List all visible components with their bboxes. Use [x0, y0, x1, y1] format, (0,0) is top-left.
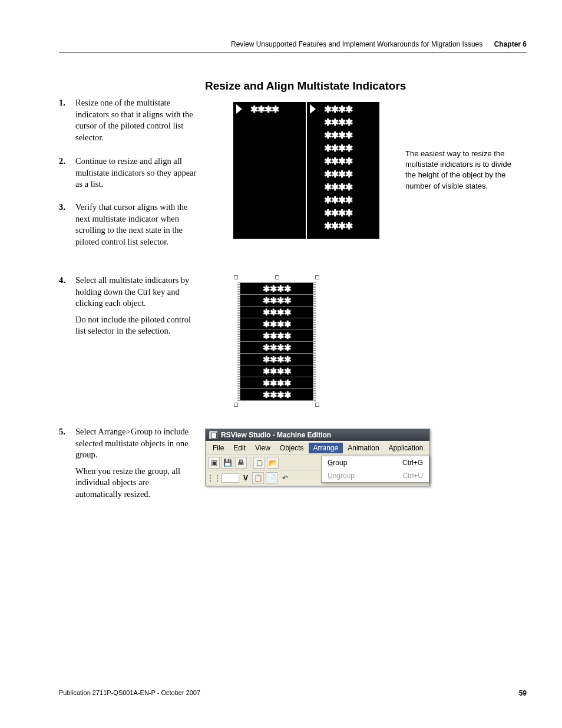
toolbar-button[interactable]: ▣ — [208, 457, 220, 469]
menu-animation[interactable]: Animation — [343, 443, 384, 453]
state-label: ✱✱✱✱ — [263, 354, 291, 365]
state-label: ✱✱✱✱ — [324, 104, 352, 115]
state-label: ✱✱✱✱ — [263, 295, 291, 306]
state-label: ✱✱✱✱ — [324, 182, 352, 193]
step-extra: Do not include the piloted control list … — [75, 314, 197, 337]
list-row: ✱✱✱✱ — [240, 377, 313, 389]
step-number: 5. — [59, 426, 72, 438]
list-row: ✱✱✱✱ — [308, 103, 379, 116]
state-label: ✱✱✱✱ — [324, 195, 352, 206]
menu-objects[interactable]: Objects — [275, 443, 309, 453]
figure-selected-indicators: ✱✱✱✱ ✱✱✱✱ ✱✱✱✱ ✱✱✱✱ ✱✱✱✱ ✱✱✱✱ ✱✱✱✱ ✱✱✱✱ … — [234, 275, 319, 407]
step-3: 3. Verify that cursor aligns with the ne… — [59, 202, 197, 248]
step-number: 4. — [59, 275, 72, 286]
separator — [250, 457, 250, 468]
state-label: ✱✱✱✱ — [263, 319, 291, 330]
list-row: ✱✱✱✱ — [240, 365, 313, 377]
header-rule — [59, 52, 527, 52]
step-number: 3. — [59, 202, 72, 213]
list-row: ✱✱✱✱ — [308, 167, 379, 180]
step-extra: When you resize the group, all individua… — [75, 466, 197, 500]
step-body: Continue to resize and align all multist… — [75, 156, 197, 190]
new-icon[interactable]: ▢ — [253, 457, 265, 469]
step-body: Verify that cursor aligns with the next … — [75, 202, 197, 248]
menu-application[interactable]: Application — [384, 443, 428, 453]
menu-item-ungroup: Ungroup Ctrl+U — [322, 469, 429, 482]
rsview-window: RSView Studio - Machine Edition File Edi… — [205, 429, 430, 486]
step-body: Resize one of the multistate indicators … — [75, 97, 197, 143]
menu-file[interactable]: File — [208, 443, 229, 453]
list-row: ✱✱✱✱ — [308, 154, 379, 167]
state-label: ✱✱✱✱ — [263, 342, 291, 353]
toolbar-label: V — [243, 474, 248, 482]
list-row: ✱✱✱✱ — [308, 206, 379, 219]
cursor-icon — [310, 104, 316, 114]
step-2: 2. Continue to resize and align all mult… — [59, 156, 197, 190]
state-label: ✱✱✱✱ — [263, 307, 291, 318]
state-label: ✱✱✱✱ — [263, 390, 291, 400]
save-icon[interactable]: 💾 — [222, 457, 233, 469]
menu-item-group[interactable]: Group Ctrl+G — [322, 456, 429, 469]
state-label: ✱✱✱✱ — [324, 169, 352, 180]
shortcut-label: Ctrl+U — [403, 472, 423, 480]
cursor-icon — [236, 104, 242, 114]
step-1: 1. Resize one of the multistate indicato… — [59, 97, 197, 143]
toolbar-field[interactable] — [222, 473, 239, 483]
list-row: ✱✱✱✱ — [308, 129, 379, 141]
list-row: ✱✱✱✱ — [308, 116, 379, 129]
app-icon — [209, 431, 217, 439]
selection-handle — [315, 403, 319, 407]
undo-icon[interactable]: ↶ — [279, 472, 291, 484]
title-bar: RSView Studio - Machine Edition — [206, 429, 429, 441]
list-row: ✱✱✱✱ — [308, 141, 379, 154]
state-label: ✱✱✱✱ — [324, 156, 352, 167]
state-label: ✱✱✱✱ — [263, 378, 291, 388]
state-label: ✱✱✱✱ — [250, 104, 279, 115]
selection-side-handle — [313, 282, 316, 401]
list-row: ✱✱✱✱ — [308, 193, 379, 206]
publication-info: Publication 2711P-QS001A-EN-P - October … — [59, 689, 200, 697]
window-title: RSView Studio - Machine Edition — [221, 431, 331, 439]
multistate-stack: ✱✱✱✱ ✱✱✱✱ ✱✱✱✱ ✱✱✱✱ ✱✱✱✱ ✱✱✱✱ ✱✱✱✱ ✱✱✱✱ … — [307, 102, 379, 239]
page-header: Review Unsupported Features and Implemen… — [231, 40, 527, 48]
list-row: ✱✱✱✱ — [308, 180, 379, 193]
step-body: Select Arrange>Group to include selected… — [75, 426, 197, 461]
page-number: 59 — [519, 689, 527, 697]
toolbar-button[interactable]: ⋮⋮ — [208, 472, 220, 484]
menu-item-label: Ungroup — [328, 472, 355, 480]
copy-icon[interactable]: 📋 — [252, 472, 264, 484]
chapter-label: Chapter 6 — [494, 40, 527, 48]
list-row: ✱✱✱✱ — [240, 283, 313, 295]
menu-arrange[interactable]: Arrange — [309, 443, 343, 453]
menu-view[interactable]: View — [250, 443, 275, 453]
selection-handle — [234, 403, 238, 407]
step-number: 2. — [59, 156, 72, 167]
state-label: ✱✱✱✱ — [263, 366, 291, 377]
step-body: Select all multistate indicators by hold… — [75, 275, 197, 309]
selection-handle — [234, 275, 238, 279]
state-label: ✱✱✱✱ — [324, 220, 352, 232]
step-number: 1. — [59, 97, 72, 109]
list-row: ✱✱✱✱ — [240, 295, 313, 307]
figure-indicator-panels: ✱✱✱✱ ✱✱✱✱ ✱✱✱✱ ✱✱✱✱ ✱✱✱✱ ✱✱✱✱ ✱✱✱✱ ✱✱✱✱ … — [233, 102, 379, 239]
page-footer: Publication 2711P-QS001A-EN-P - October … — [59, 689, 527, 697]
open-icon[interactable]: 📂 — [267, 457, 279, 469]
menu-item-label: Group — [328, 459, 347, 467]
list-row: ✱✱✱✱ — [240, 307, 313, 318]
menu-edit[interactable]: Edit — [229, 443, 250, 453]
paste-icon[interactable]: 📄 — [266, 472, 277, 484]
print-icon[interactable]: 🖶 — [235, 457, 247, 469]
list-row: ✱✱✱✱ — [240, 342, 313, 354]
menu-bar: File Edit View Objects Arrange Animation… — [206, 441, 429, 455]
state-label: ✱✱✱✱ — [324, 207, 352, 219]
state-label: ✱✱✱✱ — [324, 130, 352, 141]
piloted-list-selector: ✱✱✱✱ — [233, 102, 306, 239]
list-row: ✱✱✱✱ — [240, 354, 313, 365]
selection-handle — [275, 275, 279, 279]
step-4: 4. Select all multistate indicators by h… — [59, 275, 197, 337]
list-row: ✱✱✱✱ — [240, 330, 313, 342]
breadcrumb: Review Unsupported Features and Implemen… — [231, 40, 482, 48]
step-5: 5. Select Arrange>Group to include selec… — [59, 426, 197, 500]
state-label: ✱✱✱✱ — [324, 143, 352, 154]
list-row: ✱✱✱✱ — [234, 103, 305, 116]
